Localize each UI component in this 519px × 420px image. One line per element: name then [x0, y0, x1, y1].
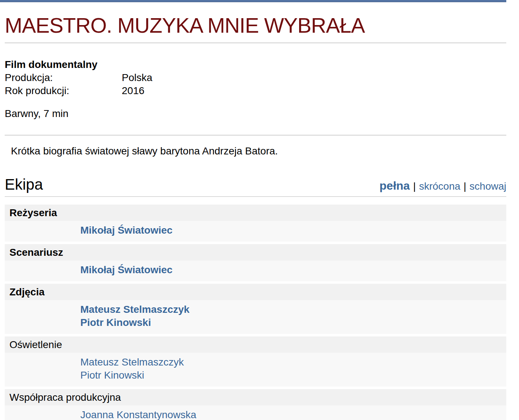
film-type-label: Film dokumentalny	[5, 58, 506, 71]
view-options-separator: |	[460, 181, 470, 192]
content-area: MAESTRO. MUZYKA MNIE WYBRAŁA Film dokume…	[5, 15, 506, 420]
crew-view-options: pełna|skrócona|schowaj	[379, 179, 506, 193]
view-option-pelna[interactable]: pełna	[379, 179, 410, 192]
crew-role-label: Zdjęcia	[5, 284, 506, 300]
crew-person-link[interactable]: Mikołaj Światowiec	[80, 263, 506, 276]
crew-people-list: Mateusz StelmaszczykPiotr Kinowski	[5, 353, 506, 387]
view-option-skrocona[interactable]: skrócona	[419, 181, 460, 192]
crew-role-label: Oświetlenie	[5, 336, 506, 353]
crew-person-link[interactable]: Mikołaj Światowiec	[80, 224, 506, 237]
film-info: Film dokumentalny Produkcja:Polska Rok p…	[5, 58, 506, 120]
crew-people-list: Mikołaj Światowiec	[5, 261, 506, 281]
crew-table: Reżyseria Mikołaj Światowiec Scenariusz …	[5, 205, 506, 420]
crew-person-link[interactable]: Mateusz Stelmaszczyk	[80, 303, 506, 316]
page: MAESTRO. MUZYKA MNIE WYBRAŁA Film dokume…	[0, 0, 519, 420]
info-label-year: Rok produkcji:	[5, 84, 122, 97]
view-option-schowaj[interactable]: schowaj	[470, 181, 506, 192]
info-label-production: Produkcja:	[5, 71, 122, 84]
crew-role-label: Reżyseria	[5, 205, 506, 221]
film-tech-specs: Barwny, 7 min	[5, 107, 506, 120]
crew-people-list: Mateusz StelmaszczykPiotr Kinowski	[5, 300, 506, 334]
description-divider	[5, 135, 506, 136]
info-row-production: Produkcja:Polska	[5, 71, 506, 84]
crew-person-link[interactable]: Piotr Kinowski	[80, 369, 506, 382]
page-title: MAESTRO. MUZYKA MNIE WYBRAŁA	[5, 15, 506, 37]
title-divider	[5, 43, 506, 43]
crew-section: Scenariusz Mikołaj Światowiec	[5, 244, 506, 281]
crew-person-link[interactable]: Joanna Konstantynowska	[80, 408, 506, 420]
crew-heading: Ekipa	[5, 177, 43, 192]
crew-section: Współpraca produkcyjna Joanna Konstantyn…	[5, 389, 506, 420]
top-accent-bar	[0, 0, 506, 2]
view-options-separator: |	[410, 181, 419, 192]
crew-header: Ekipa pełna|skrócona|schowaj	[5, 177, 506, 197]
crew-people-list: Joanna Konstantynowska	[5, 405, 506, 420]
info-row-year: Rok produkcji:2016	[5, 84, 506, 97]
crew-section: Zdjęcia Mateusz StelmaszczykPiotr Kinows…	[5, 284, 506, 334]
info-value-year: 2016	[122, 85, 144, 96]
crew-section: Oświetlenie Mateusz StelmaszczykPiotr Ki…	[5, 336, 506, 387]
crew-person-link[interactable]: Piotr Kinowski	[80, 316, 506, 329]
info-value-production: Polska	[122, 72, 152, 83]
crew-role-label: Współpraca produkcyjna	[5, 389, 506, 405]
film-description: Krótka biografia światowej sławy baryton…	[11, 145, 506, 158]
crew-people-list: Mikołaj Światowiec	[5, 221, 506, 242]
crew-person-link[interactable]: Mateusz Stelmaszczyk	[80, 356, 506, 369]
crew-section: Reżyseria Mikołaj Światowiec	[5, 205, 506, 242]
crew-role-label: Scenariusz	[5, 244, 506, 261]
